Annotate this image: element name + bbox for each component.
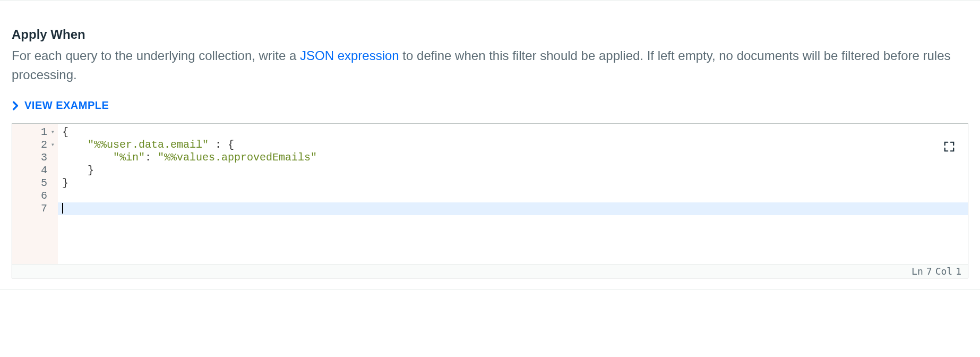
code-line[interactable]: "%%user.data.email" : { [58,139,968,151]
apply-when-section: Apply When For each query to the underly… [0,0,980,290]
gutter-line: 4 [12,164,58,177]
code-line[interactable]: } [58,164,968,177]
code-token [62,151,113,164]
line-number: 6 [41,190,47,202]
gutter-line: 5 [12,177,58,190]
gutter-line: 3 [12,151,58,164]
line-number: 2 [41,139,47,151]
editor-gutter: 1▾2▾34567 [12,124,58,264]
line-number: 5 [41,177,47,190]
status-ln-label: Ln [912,266,923,277]
json-expression-link[interactable]: JSON expression [300,48,399,63]
view-example-toggle[interactable]: VIEW EXAMPLE [12,99,109,112]
fullscreen-icon[interactable] [943,141,956,154]
code-line[interactable]: } [58,177,968,190]
desc-text-pre: For each query to the underlying collect… [12,48,300,63]
code-line[interactable]: "%in": "%%values.approvedEmails" [58,151,968,164]
chevron-right-icon [12,101,19,110]
code-token: } [62,177,68,189]
code-line[interactable] [58,202,968,215]
fold-marker-icon[interactable]: ▾ [49,139,55,151]
code-token: "%%values.approvedEmails" [158,151,317,164]
code-token: : [145,151,158,164]
status-ln-value: 7 [926,266,932,277]
code-token: { [62,126,68,138]
code-token: : [209,139,228,151]
code-token [62,139,88,151]
fold-marker-icon[interactable]: ▾ [49,126,55,139]
line-number: 4 [41,164,47,177]
text-cursor [62,203,63,214]
status-col-value: 1 [956,266,961,277]
line-number: 7 [41,202,47,215]
gutter-line: 1▾ [12,126,58,139]
code-token [62,164,88,176]
editor-status-bar: Ln 7 Col 1 [12,264,968,278]
editor-code-area[interactable]: { "%%user.data.email" : { "%in": "%%valu… [58,124,968,264]
status-col-label: Col [935,266,953,277]
gutter-line: 6 [12,190,58,202]
code-editor[interactable]: 1▾2▾34567 { "%%user.data.email" : { "%in… [12,123,968,278]
code-token: } [88,164,94,176]
code-token: "%in" [113,151,145,164]
gutter-line: 2▾ [12,139,58,151]
code-line[interactable]: { [58,126,968,139]
code-line[interactable] [58,190,968,202]
section-title: Apply When [12,27,968,42]
code-token: { [228,139,234,151]
view-example-label: VIEW EXAMPLE [24,99,109,112]
gutter-line: 7 [12,202,58,215]
line-number: 3 [41,151,47,164]
code-token: "%%user.data.email" [88,139,209,151]
line-number: 1 [41,126,47,139]
section-description: For each query to the underlying collect… [12,46,968,84]
